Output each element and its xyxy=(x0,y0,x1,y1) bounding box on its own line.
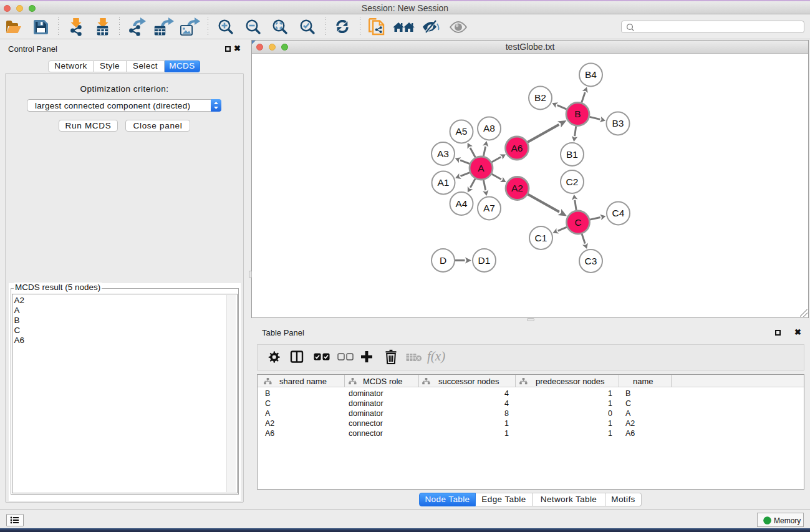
svg-text:C3: C3 xyxy=(585,256,597,266)
svg-text:B4: B4 xyxy=(585,69,597,80)
svg-text:C1: C1 xyxy=(535,233,547,243)
svg-text:A8: A8 xyxy=(483,123,495,133)
svg-text:C2: C2 xyxy=(566,177,579,187)
svg-text:C: C xyxy=(574,217,581,228)
svg-text:D1: D1 xyxy=(478,255,491,266)
svg-text:A5: A5 xyxy=(456,126,468,137)
svg-text:B2: B2 xyxy=(534,92,546,103)
svg-text:C4: C4 xyxy=(612,208,625,218)
svg-text:B1: B1 xyxy=(566,149,578,160)
svg-text:A1: A1 xyxy=(438,177,450,188)
svg-text:A7: A7 xyxy=(483,203,495,213)
svg-text:A2: A2 xyxy=(511,183,523,193)
svg-text:D: D xyxy=(440,255,446,266)
svg-text:B: B xyxy=(574,109,581,119)
svg-text:B3: B3 xyxy=(612,118,624,128)
svg-text:A4: A4 xyxy=(456,198,468,209)
svg-text:A: A xyxy=(478,163,485,173)
svg-text:A3: A3 xyxy=(437,148,449,159)
svg-text:A6: A6 xyxy=(511,143,523,153)
